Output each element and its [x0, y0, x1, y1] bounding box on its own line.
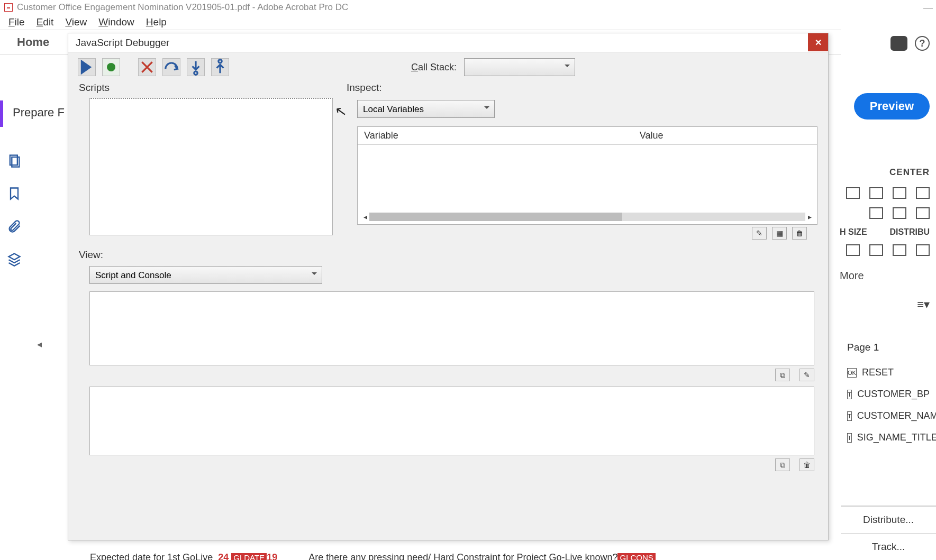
field-item-reset[interactable]: OKRESET	[847, 362, 930, 383]
app-icon	[4, 3, 13, 12]
view-label: View:	[79, 249, 817, 261]
prepare-form-label[interactable]: Prepare F	[13, 106, 65, 120]
distribu-label: DISTRIBU	[889, 227, 930, 237]
edit-variable-icon[interactable]: ✎	[752, 227, 767, 240]
menu-help[interactable]: Help	[141, 15, 172, 29]
home-tab[interactable]: Home	[7, 31, 59, 53]
console-input-box[interactable]	[89, 387, 814, 455]
inspect-label: Inspect:	[347, 82, 817, 94]
variable-column-header: Variable	[358, 130, 633, 141]
dialog-title: JavaScript Debugger	[68, 33, 828, 52]
menu-window[interactable]: Window	[93, 15, 140, 29]
field-item-customer-bp[interactable]: TCUSTOMER_BP	[847, 383, 930, 405]
scripts-tree[interactable]	[89, 98, 333, 235]
distribute-button[interactable]: Distribute...	[841, 506, 936, 533]
menu-view[interactable]: View	[60, 15, 92, 29]
svg-point-5	[194, 71, 197, 75]
fields-panel: Page 1 OKRESET TCUSTOMER_BP TCUSTOMER_NA…	[841, 336, 936, 454]
fields-page-header: Page 1	[847, 342, 930, 353]
align-icon-7[interactable]	[916, 207, 930, 219]
step-into-icon[interactable]	[187, 58, 205, 76]
titlebar: Customer Office Engagement Nomination V2…	[0, 0, 936, 15]
menu-file[interactable]: File	[3, 15, 30, 29]
menu-edit[interactable]: Edit	[31, 15, 59, 29]
right-bottom-buttons: Distribute... Track...	[841, 506, 936, 560]
value-column-header: Value	[633, 130, 670, 141]
step-out-icon[interactable]	[211, 58, 229, 76]
call-stack-dropdown[interactable]	[464, 58, 575, 76]
call-stack-label: Call Stack:	[411, 62, 457, 73]
comments-icon[interactable]	[890, 36, 907, 51]
field-type-icon: T	[847, 390, 852, 399]
align-panel: CENTER H SIZE DISTRIBU More ≡▾	[840, 167, 930, 311]
layers-icon[interactable]	[7, 252, 22, 267]
align-icon-2[interactable]	[869, 187, 883, 199]
active-tool-indicator	[0, 100, 3, 127]
size-icon-4[interactable]	[916, 244, 930, 256]
table-hscrollbar[interactable]: ◂ ▸	[361, 212, 814, 222]
copy-console-icon[interactable]: ⧉	[775, 458, 790, 471]
debugger-toolbar: Call Stack:	[68, 52, 828, 82]
center-label: CENTER	[840, 167, 930, 178]
window-title: Customer Office Engagement Nomination V2…	[17, 2, 348, 13]
javascript-debugger-dialog: JavaScript Debugger ✕ Call Stack: ↖ Scri…	[68, 33, 829, 540]
svg-point-6	[219, 60, 222, 63]
field-item-customer-name[interactable]: TCUSTOMER_NAME	[847, 405, 930, 427]
bookmark-icon[interactable]	[7, 186, 22, 201]
minimize-button[interactable]: —	[923, 2, 933, 13]
sort-icon[interactable]: ≡▾	[840, 298, 930, 311]
close-button[interactable]: ✕	[808, 33, 828, 51]
align-icon-6[interactable]	[893, 207, 906, 219]
right-panel: ? Preview CENTER H SIZE DISTRIBU More ≡▾	[841, 30, 936, 560]
size-icon-3[interactable]	[893, 244, 906, 256]
size-icon-2[interactable]	[869, 244, 883, 256]
align-icon-5[interactable]	[869, 207, 883, 219]
menubar: File Edit View Window Help	[0, 15, 936, 30]
script-output-box[interactable]	[89, 291, 814, 365]
field-item-sig-name[interactable]: TSIG_NAME_TITLE	[847, 427, 930, 448]
copy-output-icon[interactable]: ⧉	[775, 369, 790, 381]
collapse-left-icon[interactable]: ◂	[37, 338, 42, 350]
preview-button[interactable]: Preview	[854, 93, 930, 120]
align-icon-4[interactable]	[916, 187, 930, 199]
field-type-icon: T	[847, 433, 852, 443]
left-sidebar	[0, 137, 29, 267]
attachment-icon[interactable]	[7, 219, 22, 234]
delete-variable-icon[interactable]: 🗑	[792, 227, 807, 240]
stop-icon[interactable]	[138, 58, 156, 76]
breakpoint-icon[interactable]	[102, 58, 120, 76]
size-icon-1[interactable]	[846, 244, 860, 256]
svg-point-4	[107, 63, 115, 71]
resume-icon[interactable]	[78, 58, 96, 76]
align-icon-3[interactable]	[893, 187, 906, 199]
pages-icon[interactable]	[7, 153, 22, 168]
view-mode-dropdown[interactable]: Script and Console	[89, 266, 322, 284]
field-type-icon: T	[847, 411, 852, 421]
more-link[interactable]: More	[840, 270, 930, 282]
field-type-icon: OK	[847, 368, 857, 378]
inspect-scope-dropdown[interactable]: Local Variables	[357, 100, 495, 118]
help-icon[interactable]: ?	[915, 36, 930, 51]
window-controls: —	[923, 2, 933, 13]
edit-output-icon[interactable]: ✎	[799, 369, 814, 381]
variables-table[interactable]: Variable Value ◂ ▸	[357, 126, 817, 225]
new-variable-icon[interactable]: ▦	[772, 227, 787, 240]
document-peek: Expected date for 1st GoLive 24 GLDATE19…	[90, 552, 656, 560]
step-over-icon[interactable]	[162, 58, 180, 76]
clear-console-icon[interactable]: 🗑	[799, 458, 814, 471]
hsize-label: H SIZE	[840, 227, 867, 237]
align-icon-1[interactable]	[846, 187, 860, 199]
track-button[interactable]: Track...	[841, 533, 936, 560]
scripts-label: Scripts	[79, 82, 333, 94]
